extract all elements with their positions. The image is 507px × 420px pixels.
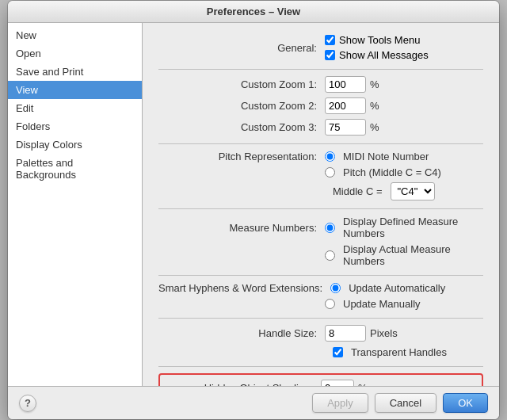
sidebar-item-display-colors[interactable]: Display Colors <box>8 136 142 154</box>
ok-button[interactable]: OK <box>443 393 488 413</box>
custom-zoom-1-label: Custom Zoom 1: <box>158 78 325 90</box>
middle-c-row: Middle C = "C4" <box>333 182 483 200</box>
footer-right: Apply Cancel OK <box>312 393 488 413</box>
measure-numbers-section: Measure Numbers: Display Defined Measure… <box>158 216 483 267</box>
main-content: General: Show Tools Menu Show All Messag… <box>143 23 499 386</box>
custom-zoom-2-label: Custom Zoom 2: <box>158 100 325 112</box>
measure-numbers-label: Measure Numbers: <box>158 222 325 234</box>
sidebar-item-edit[interactable]: Edit <box>8 99 142 117</box>
handle-size-row: Handle Size: Pixels <box>158 325 483 342</box>
footer-left: ? <box>19 395 36 412</box>
window-body: New Open Save and Print View Edit Folder… <box>8 23 499 386</box>
custom-zoom-1-row: Custom Zoom 1: % <box>158 76 483 93</box>
window-title: Preferences – View <box>207 6 300 17</box>
custom-zoom-3-input[interactable] <box>325 119 366 136</box>
update-manually-row: Update Manually <box>158 298 483 310</box>
sidebar-item-save-and-print[interactable]: Save and Print <box>8 63 142 81</box>
custom-zoom-section: Custom Zoom 1: % Custom Zoom 2: % Custom… <box>158 76 483 136</box>
display-actual-label: Display Actual Measure Numbers <box>343 243 483 267</box>
cancel-button[interactable]: Cancel <box>375 393 436 413</box>
midi-note-row: Pitch Representation: MIDI Note Number <box>158 151 483 162</box>
update-automatically-row: Smart Hyphens & Word Extensions: Update … <box>158 282 483 294</box>
update-manually-label: Update Manually <box>343 298 421 310</box>
display-actual-row: Display Actual Measure Numbers <box>158 243 483 267</box>
custom-zoom-2-input[interactable] <box>325 97 366 114</box>
apply-button[interactable]: Apply <box>312 393 368 413</box>
sidebar-item-view[interactable]: View <box>8 81 142 99</box>
separator-6 <box>158 366 483 367</box>
show-tools-menu-checkbox[interactable] <box>325 35 335 45</box>
transparent-handles-checkbox[interactable] <box>333 347 343 357</box>
display-defined-radio[interactable] <box>325 223 335 233</box>
smart-hyphens-section: Smart Hyphens & Word Extensions: Update … <box>158 282 483 310</box>
custom-zoom-2-row: Custom Zoom 2: % <box>158 97 483 114</box>
separator-2 <box>158 143 483 144</box>
midi-note-label: MIDI Note Number <box>343 151 429 162</box>
general-label: General: <box>158 42 325 54</box>
hidden-object-shading-input[interactable] <box>321 380 354 386</box>
separator-4 <box>158 275 483 276</box>
hidden-object-shading-label: Hidden Object Shading: <box>166 382 321 386</box>
display-actual-radio[interactable] <box>325 250 335 261</box>
smart-hyphens-label: Smart Hyphens & Word Extensions: <box>158 282 330 294</box>
preferences-window: Preferences – View New Open Save and Pri… <box>8 1 499 419</box>
pixels-label: Pixels <box>370 327 398 339</box>
display-defined-row: Measure Numbers: Display Defined Measure… <box>158 216 483 239</box>
sidebar: New Open Save and Print View Edit Folder… <box>8 23 143 386</box>
show-all-messages-checkbox[interactable] <box>325 50 335 60</box>
custom-zoom-1-unit: % <box>370 78 379 90</box>
update-automatically-radio[interactable] <box>330 283 341 293</box>
update-manually-radio[interactable] <box>325 299 335 309</box>
general-checkboxes: Show Tools Menu Show All Messages <box>325 34 429 61</box>
separator-3 <box>158 208 483 209</box>
custom-zoom-3-row: Custom Zoom 3: % <box>158 119 483 136</box>
footer: ? Apply Cancel OK <box>8 386 499 419</box>
hidden-percent: % <box>358 382 368 386</box>
help-button[interactable]: ? <box>19 395 36 412</box>
pitch-middle-c-label: Pitch (Middle C = C4) <box>343 166 441 178</box>
transparent-handles-label: Transparent Handles <box>351 346 447 358</box>
custom-zoom-1-input[interactable] <box>325 76 366 93</box>
midi-note-radio[interactable] <box>325 151 335 162</box>
general-row: General: Show Tools Menu Show All Messag… <box>158 34 483 61</box>
custom-zoom-3-label: Custom Zoom 3: <box>158 121 325 133</box>
handle-size-label: Handle Size: <box>158 327 325 339</box>
handle-size-input[interactable] <box>325 325 366 342</box>
sidebar-item-new[interactable]: New <box>8 26 142 44</box>
sidebar-item-folders[interactable]: Folders <box>8 117 142 136</box>
display-defined-label: Display Defined Measure Numbers <box>343 216 483 239</box>
sidebar-item-palettes-and-backgrounds[interactable]: Palettes and Backgrounds <box>8 154 142 184</box>
pitch-middle-c-row: Pitch (Middle C = C4) <box>158 166 483 178</box>
hidden-object-container: Hidden Object Shading: % <box>158 373 483 386</box>
middle-c-select[interactable]: "C4" <box>391 182 435 200</box>
general-section: General: Show Tools Menu Show All Messag… <box>158 34 483 61</box>
sidebar-item-open[interactable]: Open <box>8 44 142 63</box>
show-all-messages-label: Show All Messages <box>339 49 429 61</box>
hidden-object-shading-highlighted: Hidden Object Shading: % <box>158 373 483 386</box>
separator-5 <box>158 318 483 319</box>
titlebar: Preferences – View <box>8 1 499 23</box>
pitch-middle-c-radio[interactable] <box>325 167 335 178</box>
handle-size-section: Handle Size: Pixels Transparent Handles <box>158 325 483 358</box>
middle-c-label: Middle C = <box>333 185 383 197</box>
update-automatically-label: Update Automatically <box>349 282 445 294</box>
custom-zoom-3-unit: % <box>370 121 379 133</box>
separator-1 <box>158 69 483 70</box>
transparent-handles-row: Transparent Handles <box>333 346 483 358</box>
pitch-representation-label: Pitch Representation: <box>158 151 325 162</box>
show-tools-menu-label: Show Tools Menu <box>339 34 420 46</box>
pitch-section: Pitch Representation: MIDI Note Number P… <box>158 151 483 200</box>
custom-zoom-2-unit: % <box>370 100 379 112</box>
